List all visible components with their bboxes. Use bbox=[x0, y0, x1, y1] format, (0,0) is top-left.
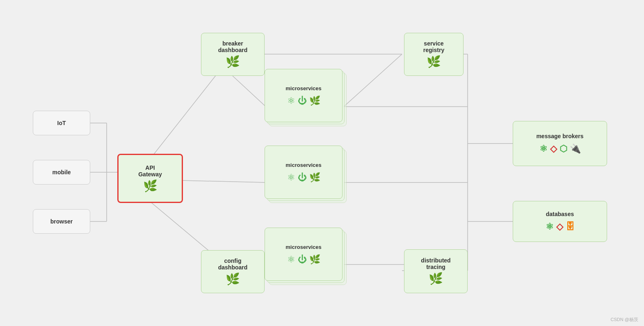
api-gateway-icon: 🌿 bbox=[143, 179, 158, 193]
iot-label: IoT bbox=[57, 120, 66, 126]
api-gateway-node[interactable]: API Gateway 🌿 bbox=[117, 154, 183, 203]
distributed-tracing-icon: 🌿 bbox=[429, 272, 443, 285]
ms-bot-spring-icon: 🌿 bbox=[309, 254, 320, 265]
ms-bot-react-icon: ⚛ bbox=[287, 254, 295, 265]
service-registry-label: service registry bbox=[423, 40, 444, 53]
config-dashboard-icon: 🌿 bbox=[226, 272, 240, 286]
service-registry-node: service registry 🌿 bbox=[404, 33, 464, 76]
db-stack-icon: 🗄 bbox=[566, 221, 575, 232]
ms-mid-power-icon: ⏻ bbox=[298, 172, 307, 183]
svg-line-10 bbox=[344, 54, 402, 107]
distributed-tracing-node: distributed tracing 🌿 bbox=[404, 249, 468, 293]
ms-top-spring-icon: 🌿 bbox=[309, 96, 320, 106]
svg-line-8 bbox=[233, 76, 266, 107]
ms-top-power-icon: ⏻ bbox=[298, 96, 307, 106]
db-redis-icon: ◇ bbox=[556, 221, 563, 232]
config-dashboard-node: config dashboard 🌿 bbox=[201, 250, 265, 293]
breaker-dashboard-node: breaker dashboard 🌿 bbox=[201, 33, 265, 76]
mb-redis-icon: ◇ bbox=[550, 144, 557, 154]
mobile-node: mobile bbox=[33, 160, 90, 185]
ms-mid-react-icon: ⚛ bbox=[287, 172, 295, 183]
iot-node: IoT bbox=[33, 111, 90, 135]
diagram: IoT mobile browser API Gateway 🌿 breaker… bbox=[0, 0, 644, 326]
ms-top-label: microservices bbox=[285, 85, 321, 91]
databases-label: databases bbox=[546, 211, 574, 217]
ms-top-react-icon: ⚛ bbox=[287, 96, 295, 106]
ms-mid-spring-icon: 🌿 bbox=[309, 172, 320, 183]
service-registry-icon: 🌿 bbox=[427, 55, 441, 68]
distributed-tracing-label: distributed tracing bbox=[421, 257, 450, 270]
browser-label: browser bbox=[50, 218, 73, 225]
ms-mid-label: microservices bbox=[285, 162, 321, 168]
config-dashboard-label: config dashboard bbox=[218, 258, 248, 271]
browser-node: browser bbox=[33, 209, 90, 234]
mobile-label: mobile bbox=[52, 169, 71, 176]
api-gateway-label: API Gateway bbox=[138, 164, 162, 178]
message-brokers-node: message brokers ⚛ ◇ ⬡ 🔌 bbox=[513, 121, 607, 166]
watermark: CSDN @杨茨 bbox=[611, 317, 638, 323]
mb-flow-icon: ⬡ bbox=[560, 144, 567, 154]
svg-line-6 bbox=[181, 180, 266, 182]
databases-node: databases ⚛ ◇ 🗄 bbox=[513, 201, 607, 242]
breaker-dashboard-icon: 🌿 bbox=[226, 55, 240, 68]
db-react-icon: ⚛ bbox=[546, 221, 554, 232]
message-brokers-label: message brokers bbox=[536, 133, 583, 139]
mb-react-icon: ⚛ bbox=[539, 144, 548, 154]
ms-bot-power-icon: ⏻ bbox=[298, 254, 307, 265]
breaker-dashboard-label: breaker dashboard bbox=[218, 40, 248, 53]
ms-bot-label: microservices bbox=[285, 244, 321, 250]
mb-rabbit-icon: 🔌 bbox=[570, 144, 581, 154]
